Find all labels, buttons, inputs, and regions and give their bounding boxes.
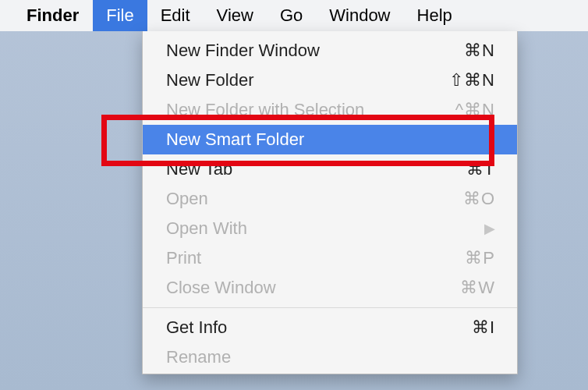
menu-item-close-window: Close Window ⌘W	[143, 273, 517, 303]
menu-item-shortcut: ⌘N	[464, 41, 495, 61]
menu-file[interactable]: File	[93, 0, 147, 31]
menu-item-shortcut: ^⌘N	[455, 100, 495, 120]
menu-item-shortcut: ⌘P	[465, 248, 495, 268]
menu-item-label: Open With	[166, 218, 484, 239]
menu-item-get-info[interactable]: Get Info ⌘I	[143, 313, 517, 342]
menu-item-label: Print	[166, 248, 465, 268]
menu-item-label: New Smart Folder	[166, 129, 495, 150]
menu-item-open: Open ⌘O	[143, 184, 517, 214]
menu-item-label: Close Window	[166, 278, 460, 298]
menu-item-label: New Folder	[166, 70, 449, 90]
menubar: Finder File Edit View Go Window Help	[0, 0, 588, 31]
menu-item-new-folder-with-selection: New Folder with Selection ^⌘N	[143, 95, 517, 125]
menu-item-new-smart-folder[interactable]: New Smart Folder	[143, 125, 517, 154]
menu-separator	[143, 307, 517, 308]
menu-item-shortcut: ⌘W	[460, 278, 495, 298]
menu-item-label: Rename	[166, 347, 495, 367]
menu-view[interactable]: View	[204, 0, 267, 31]
menu-item-label: Get Info	[166, 317, 472, 338]
menu-edit[interactable]: Edit	[147, 0, 204, 31]
menu-item-new-tab[interactable]: New Tab ⌘T	[143, 154, 517, 184]
file-dropdown-menu: New Finder Window ⌘N New Folder ⇧⌘N New …	[142, 31, 518, 374]
app-name[interactable]: Finder	[27, 5, 79, 26]
menu-item-open-with: Open With ▶	[143, 214, 517, 243]
menu-item-shortcut: ⌘I	[472, 317, 495, 338]
menu-item-print: Print ⌘P	[143, 243, 517, 273]
menu-item-label: New Finder Window	[166, 41, 464, 61]
menu-item-label: New Folder with Selection	[166, 100, 455, 120]
menu-item-shortcut: ⇧⌘N	[449, 70, 495, 90]
menu-go[interactable]: Go	[267, 0, 316, 31]
menu-item-new-folder[interactable]: New Folder ⇧⌘N	[143, 66, 517, 95]
menu-item-shortcut: ⌘O	[463, 189, 495, 209]
menu-item-new-finder-window[interactable]: New Finder Window ⌘N	[143, 36, 517, 66]
menu-item-label: Open	[166, 189, 463, 209]
menu-item-label: New Tab	[166, 159, 466, 179]
menu-window[interactable]: Window	[316, 0, 403, 31]
menu-item-rename: Rename	[143, 342, 517, 372]
submenu-arrow-icon: ▶	[484, 220, 495, 237]
menu-item-shortcut: ⌘T	[466, 159, 495, 179]
menu-help[interactable]: Help	[404, 0, 466, 31]
